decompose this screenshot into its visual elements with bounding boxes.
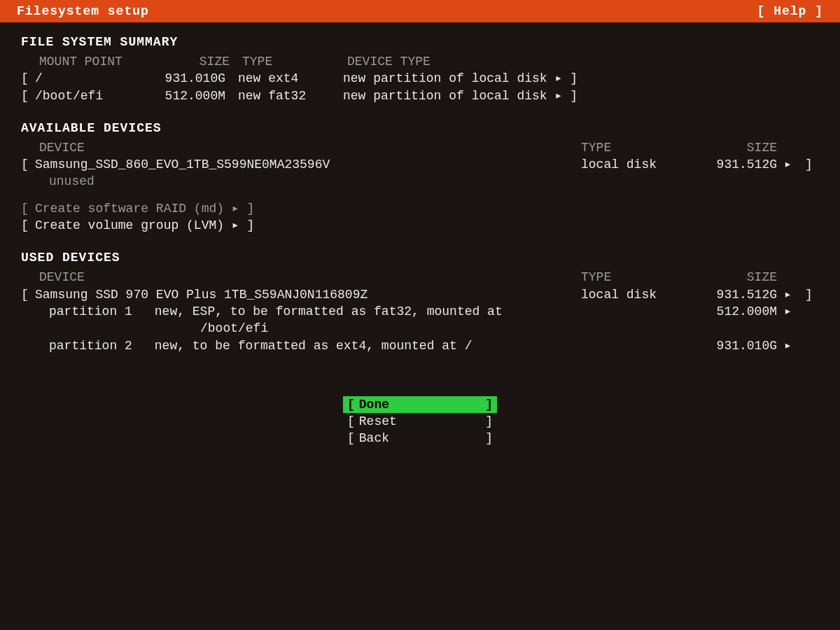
fs-summary-heading: FILE SYSTEM SUMMARY: [21, 35, 819, 49]
col-header-devtype: DEVICE TYPE: [347, 53, 430, 70]
bracket-open-icon: [: [347, 430, 355, 447]
bracket-close-icon: ]: [805, 156, 819, 173]
action-label: Create volume group (LVM): [35, 217, 224, 234]
bracket-close-icon: ]: [485, 430, 493, 447]
bracket-close-icon: ]: [805, 286, 819, 303]
device-type: local disk: [581, 286, 686, 303]
fs-summary-header-row: MOUNT POINT SIZE TYPE DEVICE TYPE: [21, 53, 819, 70]
device-size: 931.512G: [686, 156, 784, 173]
bracket-open-icon: [: [347, 413, 355, 430]
col-header-size: SIZE: [158, 53, 242, 70]
available-device-row[interactable]: [ Samsung_SSD_860_EVO_1TB_S599NE0MA23596…: [21, 156, 819, 173]
col-header-mount: MOUNT POINT: [39, 53, 158, 70]
fs-row-devtype: new partition of local disk: [343, 70, 547, 87]
device-type: local disk: [581, 156, 686, 173]
bracket-close-icon: ]: [485, 396, 493, 413]
caret-right-icon: ▸: [784, 337, 805, 354]
caret-right-icon: ▸: [554, 70, 562, 87]
caret-right-icon: ▸: [232, 200, 239, 217]
col-header-device: DEVICE: [39, 269, 581, 286]
bracket-open-icon: [: [21, 88, 35, 104]
button-bar: [ Done ] [ Reset ] [ Back ]: [343, 396, 497, 447]
bracket-close-icon: ]: [570, 88, 578, 104]
bracket-open-icon: [: [21, 70, 35, 87]
action-label: Create software RAID (md): [35, 200, 224, 217]
col-header-device: DEVICE: [39, 139, 581, 156]
device-note: unused: [21, 173, 819, 190]
bracket-close-icon: ]: [247, 217, 255, 234]
used-header-row: DEVICE TYPE SIZE: [21, 269, 819, 286]
bracket-close-icon: ]: [247, 200, 255, 217]
bracket-open-icon: [: [347, 396, 355, 413]
partition-row[interactable]: partition 2 new, to be formatted as ext4…: [21, 337, 819, 354]
device-name: Samsung_SSD_860_EVO_1TB_S599NE0MA23596V: [35, 156, 581, 173]
reset-button[interactable]: [ Reset ]: [343, 413, 497, 430]
page-title: Filesystem setup: [17, 4, 149, 18]
caret-right-icon: ▸: [784, 156, 805, 173]
partition-label: partition 1: [49, 303, 147, 320]
create-raid-action[interactable]: [ Create software RAID (md) ▸ ]: [21, 200, 819, 217]
col-header-type: TYPE: [242, 53, 347, 70]
caret-right-icon: ▸: [784, 303, 805, 320]
fs-summary-row[interactable]: [ /boot/efi 512.000M new fat32 new parti…: [21, 88, 819, 104]
bracket-open-icon: [: [21, 200, 35, 217]
bracket-close-icon: ]: [570, 70, 578, 87]
partition-size: 931.010G: [686, 337, 784, 354]
device-name: Samsung SSD 970 EVO Plus 1TB_S59ANJ0N116…: [35, 286, 581, 303]
col-header-size: SIZE: [686, 269, 784, 286]
caret-right-icon: ▸: [784, 286, 805, 303]
partition-size: 512.000M: [686, 303, 784, 320]
caret-right-icon: ▸: [232, 217, 239, 234]
done-button[interactable]: [ Done ]: [343, 396, 497, 413]
fs-row-mount: /boot/efi: [35, 88, 154, 104]
available-header-row: DEVICE TYPE SIZE: [21, 139, 819, 156]
partition-desc-cont: /boot/efi: [21, 320, 819, 337]
fs-summary-row[interactable]: [ / 931.010G new ext4 new partition of l…: [21, 70, 819, 87]
fs-row-devtype: new partition of local disk: [343, 88, 547, 104]
bracket-open-icon: [: [21, 217, 35, 234]
caret-right-icon: ▸: [554, 88, 562, 104]
col-header-size: SIZE: [686, 139, 784, 156]
bracket-open-icon: [: [21, 156, 35, 173]
help-button[interactable]: [ Help ]: [757, 4, 823, 18]
fs-row-type: new ext4: [238, 70, 343, 87]
device-size: 931.512G: [686, 286, 784, 303]
col-header-type: TYPE: [581, 269, 686, 286]
create-lvm-action[interactable]: [ Create volume group (LVM) ▸ ]: [21, 217, 819, 234]
partition-label: partition 2: [49, 337, 147, 354]
fs-row-size: 512.000M: [154, 88, 238, 104]
back-button[interactable]: [ Back ]: [343, 430, 497, 447]
titlebar: Filesystem setup [ Help ]: [0, 0, 840, 22]
bracket-open-icon: [: [21, 286, 35, 303]
button-label: Reset: [355, 413, 485, 430]
button-label: Done: [355, 396, 485, 413]
fs-row-type: new fat32: [238, 88, 343, 104]
fs-row-mount: /: [35, 70, 154, 87]
fs-row-size: 931.010G: [154, 70, 238, 87]
partition-desc: new, to be formatted as ext4, mounted at…: [155, 339, 472, 353]
available-heading: AVAILABLE DEVICES: [21, 121, 819, 135]
used-heading: USED DEVICES: [21, 251, 819, 265]
used-device-row[interactable]: [ Samsung SSD 970 EVO Plus 1TB_S59ANJ0N1…: [21, 286, 819, 303]
partition-desc: new, ESP, to be formatted as fat32, moun…: [155, 304, 503, 318]
bracket-close-icon: ]: [485, 413, 493, 430]
col-header-type: TYPE: [581, 139, 686, 156]
partition-row[interactable]: partition 1 new, ESP, to be formatted as…: [21, 303, 819, 320]
button-label: Back: [355, 430, 485, 447]
